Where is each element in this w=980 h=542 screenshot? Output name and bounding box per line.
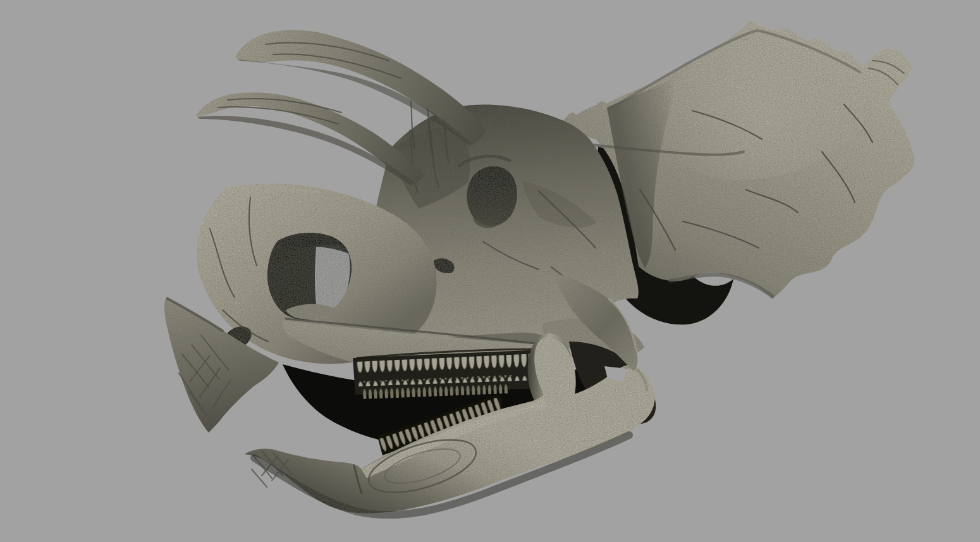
render-viewport [0, 0, 980, 542]
skull-render [0, 0, 980, 542]
